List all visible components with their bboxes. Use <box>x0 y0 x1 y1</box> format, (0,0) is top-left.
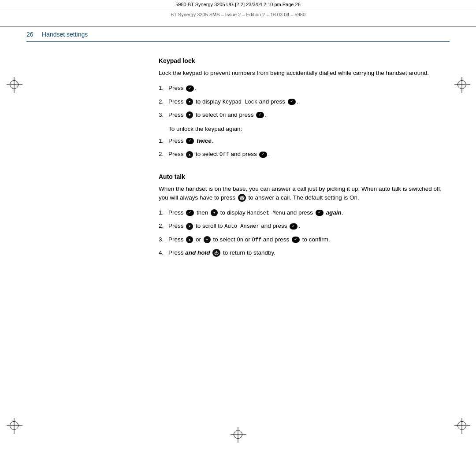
menu-text: On <box>219 112 226 119</box>
step-number: 1. <box>159 84 168 93</box>
emphasis-text: twice <box>197 137 212 144</box>
menu-icon <box>186 210 194 216</box>
section-gap <box>159 165 450 173</box>
menu-text: Keypad Lock <box>223 99 257 105</box>
section-divider <box>26 41 450 42</box>
unlock-steps: 1. Press twice. 2. Press to select Off a… <box>159 137 450 159</box>
down-arrow-icon <box>211 209 218 216</box>
up-arrow-icon <box>186 236 193 243</box>
step-trail: to <box>302 236 307 243</box>
step-content: Press to scroll to Auto Answer and press… <box>168 222 450 230</box>
phone-icon <box>238 194 246 202</box>
menu-icon <box>259 152 267 158</box>
reg-mark-right-top <box>457 80 466 89</box>
page-title: Handset settings <box>42 31 88 38</box>
step-number: 4. <box>159 248 168 257</box>
list-item: 2. Press to display Keypad Lock and pres… <box>159 97 450 106</box>
reg-mark-left-bottom <box>10 421 19 430</box>
step-content: Press to select On and press . <box>168 111 450 119</box>
keypad-lock-steps: 1. Press . 2. Press to display Keypad Lo… <box>159 84 450 119</box>
keypad-lock-title: Keypad lock <box>159 57 450 64</box>
step-number: 1. <box>159 137 168 145</box>
unlock-note: To unlock the keypad again: <box>168 126 450 132</box>
keypad-lock-description: Lock the keypad to prevent numbers from … <box>159 69 450 78</box>
down-arrow-icon <box>186 98 193 105</box>
main-content: Keypad lock Lock the keypad to prevent n… <box>159 57 450 263</box>
list-item: 4. Press and hold to return to standby. <box>159 248 450 257</box>
menu-icon <box>256 112 264 118</box>
power-icon <box>212 249 220 257</box>
emphasis-text: and hold <box>185 249 210 256</box>
down-arrow-icon <box>204 236 211 243</box>
step-number: 2. <box>159 222 168 230</box>
menu-text: Auto Answer <box>224 223 259 230</box>
step-number: 1. <box>159 208 168 217</box>
menu-icon <box>292 237 300 243</box>
list-item: 1. Press . <box>159 84 450 93</box>
page-header: 5980 BT Synergy 3205 UG [2-2] 23/3/04 2:… <box>0 0 476 26</box>
list-item: 1. Press twice. <box>159 137 450 145</box>
auto-talk-section: Auto talk When the handset is on the bas… <box>159 173 450 258</box>
menu-text: Handset Menu <box>247 210 285 216</box>
list-item: 2. Press to select Off and press . <box>159 150 450 159</box>
menu-icon <box>290 223 298 230</box>
step-number: 2. <box>159 97 168 106</box>
down-arrow-icon <box>186 111 193 119</box>
page-number: 26 <box>26 31 42 38</box>
menu-text: Off <box>219 152 229 158</box>
page-section: 26 Handset settings <box>26 31 450 51</box>
step-content: Press twice. <box>168 137 450 145</box>
step-content: Press to display Keypad Lock and press . <box>168 97 450 106</box>
reg-mark-left-top <box>10 80 19 89</box>
menu-icon <box>186 85 194 92</box>
list-item: 1. Press then to display Handset Menu an… <box>159 208 450 217</box>
keypad-lock-section: Keypad lock Lock the keypad to prevent n… <box>159 57 450 159</box>
up-arrow-icon <box>186 151 193 158</box>
step-content: Press and hold to return to standby. <box>168 248 450 257</box>
auto-talk-description: When the handset is on the base, you can… <box>159 185 450 203</box>
header-line1: 5980 BT Synergy 3205 UG [2-2] 23/3/04 2:… <box>0 2 476 7</box>
step-number: 3. <box>159 235 168 244</box>
step-content: Press . <box>168 84 450 93</box>
menu-icon <box>186 138 194 144</box>
list-item: 3. Press or to select On or Off and pres… <box>159 235 450 244</box>
down-arrow-icon <box>186 223 193 230</box>
menu-icon <box>316 210 324 216</box>
step-content: Press then to display Handset Menu and p… <box>168 208 450 217</box>
emphasis-text: again <box>326 209 342 216</box>
header-line2: BT Synergy 3205 SMS – Issue 2 – Edition … <box>0 10 476 17</box>
auto-talk-title: Auto talk <box>159 173 450 180</box>
menu-text: On <box>237 237 243 243</box>
reg-mark-right-bottom <box>457 421 466 430</box>
menu-text: Off <box>252 237 261 243</box>
step-content: Press to select Off and press . <box>168 150 450 159</box>
list-item: 3. Press to select On and press . <box>159 111 450 119</box>
list-item: 2. Press to scroll to Auto Answer and pr… <box>159 222 450 230</box>
auto-talk-steps: 1. Press then to display Handset Menu an… <box>159 208 450 257</box>
step-content: Press or to select On or Off and press t… <box>168 235 450 244</box>
step-number: 3. <box>159 111 168 119</box>
menu-icon <box>288 99 296 105</box>
reg-mark-bottom-center <box>234 430 242 439</box>
step-number: 2. <box>159 150 168 159</box>
